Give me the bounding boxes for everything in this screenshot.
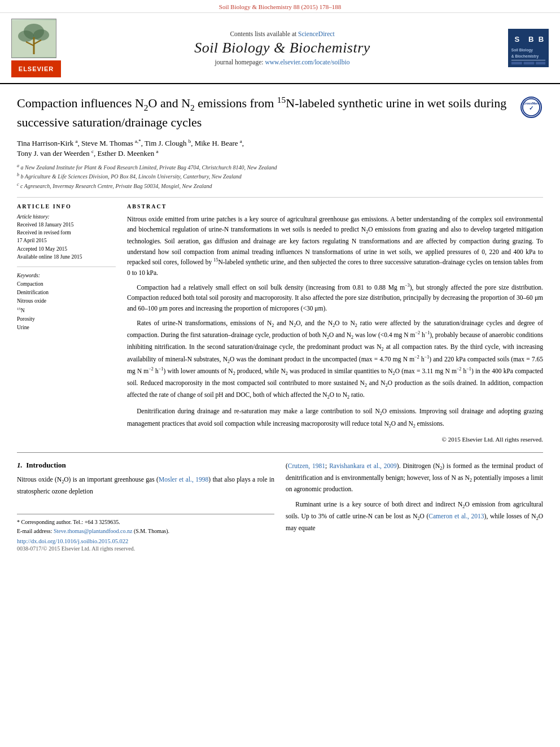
journal-title: Soil Biology & Biochemistry	[61, 40, 504, 56]
abstract-content: Nitrous oxide emitted from urine patches…	[127, 214, 543, 444]
abstract-column: ABSTRACT Nitrous oxide emitted from urin…	[127, 203, 543, 444]
footnote-area: * Corresponding author. Tel.: +64 3 3259…	[17, 514, 274, 536]
section-heading: 1. Introduction	[17, 461, 274, 470]
intro-text-left: Nitrous oxide (N2O) is an important gree…	[17, 474, 274, 497]
keywords-label: Keywords:	[17, 273, 116, 278]
sbb-logo-block: S B B Soil Biology & Biochemistry	[504, 29, 549, 67]
svg-rect-14	[511, 62, 522, 64]
elsevier-plant-image	[11, 19, 56, 58]
homepage-link[interactable]: www.elsevier.com/locate/soilbio	[265, 59, 349, 65]
contents-line: Contents lists available at ScienceDirec…	[61, 30, 504, 37]
mosler-ref[interactable]: Mosler et al., 1998	[159, 476, 208, 483]
introduction-section: 1. Introduction Nitrous oxide (N2O) is a…	[17, 461, 543, 552]
introduction-left-col: 1. Introduction Nitrous oxide (N2O) is a…	[17, 461, 274, 552]
svg-rect-16	[536, 62, 545, 64]
accepted-date: Accepted 10 May 2015	[17, 245, 116, 253]
elsevier-wordmark: ELSEVIER	[11, 60, 61, 77]
history-label: Article history:	[17, 214, 116, 220]
revised-date: 17 April 2015	[17, 237, 116, 244]
homepage-line: journal homepage: www.elsevier.com/locat…	[61, 59, 504, 65]
abstract-heading: ABSTRACT	[127, 203, 543, 209]
keywords-section: Keywords: Compaction Denitrification Nit…	[17, 273, 116, 332]
authors-line: Tina Harrison-Kirk a, Steve M. Thomas a,…	[17, 138, 543, 158]
svg-rect-15	[524, 62, 535, 64]
intro-para-1: Nitrous oxide (N2O) is an important gree…	[17, 474, 274, 497]
intro-text-right: (Crutzen, 1981; Ravishankara et al., 200…	[286, 461, 543, 533]
journal-citation-bar: Soil Biology & Biochemistry 88 (2015) 17…	[0, 0, 560, 13]
svg-text:✓: ✓	[529, 105, 533, 111]
crossmark-icon: ✓ CrossMark	[520, 97, 542, 118]
main-content: Compaction influences N2O and N2 emissio…	[0, 84, 560, 557]
abstract-para-2: Compaction had a relatively small effect…	[127, 282, 543, 313]
journal-title-block: Contents lists available at ScienceDirec…	[61, 30, 504, 65]
article-title: Compaction influences N2O and N2 emissio…	[17, 94, 515, 130]
svg-text:B: B	[528, 35, 534, 43]
received-revised-label: Received in revised form	[17, 229, 116, 237]
intro-para-right-1: (Crutzen, 1981; Ravishankara et al., 200…	[286, 461, 543, 495]
svg-text:Soil Biology: Soil Biology	[511, 48, 533, 53]
keyword-3: Nitrous oxide	[17, 297, 116, 305]
corresponding-footnote: * Corresponding author. Tel.: +64 3 3259…	[17, 518, 274, 527]
article-info-heading: ARTICLE INFO	[17, 203, 116, 209]
email-link[interactable]: Steve.thomas@plantandfood.co.nz	[54, 528, 132, 534]
keyword-2: Denitrification	[17, 289, 116, 297]
intro-para-right-2: Ruminant urine is a key source of both d…	[286, 499, 543, 533]
abstract-para-1: Nitrous oxide emitted from urine patches…	[127, 214, 543, 278]
article-history: Article history: Received 18 January 201…	[17, 214, 116, 261]
introduction-right-col: (Crutzen, 1981; Ravishankara et al., 200…	[286, 461, 543, 552]
copyright: © 2015 Elsevier Ltd. All rights reserved…	[127, 435, 543, 445]
abstract-para-4: Denitrification during drainage and re-s…	[127, 406, 543, 430]
keyword-4: 15N	[17, 306, 116, 315]
keyword-1: Compaction	[17, 280, 116, 289]
section-title: Introduction	[26, 461, 66, 469]
article-title-block: Compaction influences N2O and N2 emissio…	[17, 94, 543, 130]
svg-text:S: S	[515, 35, 520, 43]
journal-header: ELSEVIER Contents lists available at Sci…	[0, 13, 560, 84]
svg-text:B: B	[539, 35, 544, 43]
section-divider	[17, 197, 543, 198]
svg-text:CrossMark: CrossMark	[523, 102, 540, 105]
info-divider	[17, 267, 116, 267]
abstract-para-3: Rates of urine-N transformations, emissi…	[127, 318, 543, 401]
svg-text:& Biochemistry: & Biochemistry	[511, 54, 539, 59]
info-abstract-columns: ARTICLE INFO Article history: Received 1…	[17, 203, 543, 444]
svg-point-2	[18, 30, 34, 42]
journal-citation: Soil Biology & Biochemistry 88 (2015) 17…	[219, 3, 341, 10]
available-online-date: Available online 18 June 2015	[17, 253, 116, 261]
svg-point-3	[33, 29, 49, 41]
email-footnote: E-mail address: Steve.thomas@plantandfoo…	[17, 527, 274, 536]
cameron-ref[interactable]: Cameron et al., 2013	[428, 513, 484, 519]
received-date: Received 18 January 2015	[17, 221, 116, 229]
elsevier-logo-block: ELSEVIER	[11, 19, 61, 77]
doi-link[interactable]: http://dx.doi.org/10.1016/j.soilbio.2015…	[17, 538, 274, 544]
article-info-column: ARTICLE INFO Article history: Received 1…	[17, 203, 116, 444]
bottom-divider	[17, 452, 543, 453]
sbb-icon: S B B Soil Biology & Biochemistry	[508, 29, 549, 67]
keyword-5: Porosity	[17, 315, 116, 324]
ravishankara-ref[interactable]: Ravishankara et al., 2009	[329, 462, 397, 469]
affiliations: a a New Zealand Institute for Plant & Fo…	[17, 163, 543, 190]
sciencedirect-link[interactable]: ScienceDirect	[298, 30, 335, 37]
keyword-6: Urine	[17, 324, 116, 332]
crutzen-ref[interactable]: Crutzen, 1981	[288, 462, 325, 469]
section-number: 1.	[17, 461, 23, 469]
crossmark-logo: ✓ CrossMark	[520, 97, 543, 119]
issn-line: 0038-0717/© 2015 Elsevier Ltd. All right…	[17, 545, 274, 552]
